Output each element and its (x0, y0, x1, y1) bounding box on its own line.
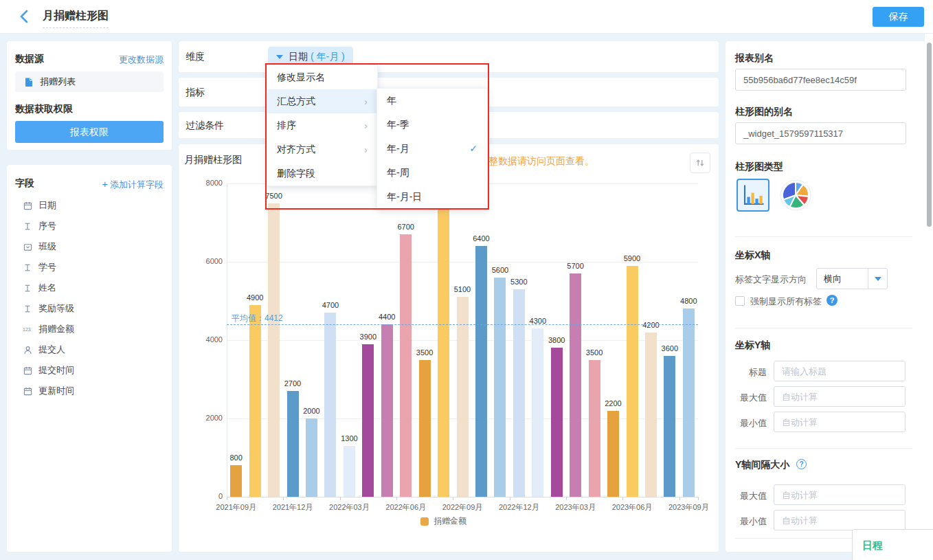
scrollbar-thumb[interactable] (927, 43, 932, 227)
back-icon[interactable] (18, 8, 32, 27)
x-axis-tick (453, 497, 453, 500)
field-item-label: 更新时间 (38, 385, 74, 397)
field-item-序号[interactable]: 序号 (7, 216, 172, 236)
svg-text:123: 123 (23, 327, 31, 332)
field-item-更新时间[interactable]: 更新时间 (7, 381, 172, 401)
bar-2023年08月[interactable] (664, 356, 675, 497)
help-icon[interactable]: ? (827, 295, 838, 306)
submenu-item-年-月-日[interactable]: 年-月-日 (377, 185, 487, 209)
calendar-icon (23, 201, 32, 210)
bar-2022年06月[interactable] (400, 234, 412, 497)
help-icon[interactable]: ? (796, 459, 807, 469)
bar-2022年03月[interactable] (344, 446, 355, 497)
bar-2022年08月[interactable] (438, 203, 449, 497)
interval-min-input[interactable] (774, 510, 906, 530)
bar-2022年05月[interactable] (381, 324, 393, 497)
submenu-arrow-icon: › (364, 137, 368, 161)
average-line (227, 324, 698, 325)
y-interval-title: Y轴间隔大小 (735, 459, 789, 471)
field-item-日期[interactable]: 日期 (7, 195, 172, 216)
chart-type-bar-icon[interactable] (737, 179, 769, 212)
bar-2021年11月[interactable] (268, 203, 280, 497)
bar-2022年10月[interactable] (475, 246, 487, 497)
bar-2021年09月[interactable] (230, 465, 242, 497)
submenu-arrow-icon: › (364, 113, 368, 137)
save-button[interactable]: 保存 (873, 7, 924, 27)
y-max-input[interactable] (774, 386, 906, 407)
force-labels-checkbox[interactable] (735, 296, 745, 306)
menu-item-汇总方式[interactable]: 汇总方式› (267, 89, 377, 113)
field-item-label: 班级 (38, 240, 56, 253)
field-item-捐赠金额[interactable]: 123捐赠金额 (7, 319, 172, 339)
submenu-item-年-周[interactable]: 年-周 (377, 161, 487, 185)
field-item-班级[interactable]: 班级 (7, 236, 172, 257)
label-direction-label: 标签文字显示方向 (735, 273, 807, 286)
caret-down-icon (276, 55, 283, 59)
menu-item-对齐方式[interactable]: 对齐方式› (267, 137, 377, 161)
change-datasource-link[interactable]: 更改数据源 (119, 54, 164, 66)
bar-2022年09月[interactable] (457, 297, 469, 497)
bar-2023年07月[interactable] (645, 333, 657, 497)
calendar-icon (23, 386, 32, 396)
datasource-item[interactable]: 捐赠列表 (15, 71, 164, 92)
submenu-item-年-月[interactable]: 年-月✓ (377, 137, 487, 161)
bar-2022年11月[interactable] (494, 278, 506, 497)
field-item-label: 捐赠金额 (38, 323, 74, 335)
filter-label: 过滤条件 (186, 120, 224, 132)
y-title-label: 标题 (731, 366, 767, 379)
average-line-label: 平均值：4412 (232, 313, 283, 324)
label-direction-select[interactable]: 横向 (816, 268, 888, 289)
schedule-popup[interactable]: 日程 (852, 529, 933, 560)
menu-item-label: 删除字段 (277, 161, 315, 186)
page-title[interactable]: 月捐赠柱形图 (43, 9, 109, 28)
field-item-提交人[interactable]: 提交人 (7, 339, 172, 360)
add-calc-field-label: 添加计算字段 (110, 179, 164, 190)
bar-2023年02月[interactable] (551, 348, 563, 497)
bar-2023年04月[interactable] (589, 360, 600, 497)
bar-2022年07月[interactable] (419, 360, 431, 497)
menu-item-修改显示名[interactable]: 修改显示名 (267, 65, 377, 89)
bar-2022年01月[interactable] (306, 418, 317, 497)
submenu-item-年-季[interactable]: 年-季 (377, 113, 487, 137)
submenu-item-label: 年 (387, 89, 396, 113)
interval-max-input[interactable] (774, 484, 906, 505)
bar-value-label: 3500 (574, 348, 615, 357)
bar-value-label: 2700 (272, 379, 313, 388)
field-item-提交时间[interactable]: 提交时间 (7, 360, 172, 381)
x-axis-tick (679, 497, 680, 500)
field-item-姓名[interactable]: 姓名 (7, 278, 172, 298)
bar-value-label: 4700 (310, 301, 351, 309)
bar-2023年05月[interactable] (607, 411, 619, 497)
bar-2022年02月[interactable] (324, 313, 336, 497)
report-alias-title: 报表别名 (735, 52, 774, 65)
field-item-奖励等级[interactable]: 奖励等级 (7, 298, 172, 319)
bar-value-label: 5900 (611, 254, 653, 262)
chart-type-pie-icon[interactable] (779, 179, 812, 212)
bar-2023年01月[interactable] (532, 328, 543, 497)
x-axis-tick (622, 497, 623, 500)
report-alias-input[interactable] (735, 69, 906, 91)
caret-down-icon (868, 269, 887, 289)
y-title-input[interactable] (774, 361, 906, 381)
x-axis-line (227, 497, 698, 497)
add-calc-field-link[interactable]: +添加计算字段 (102, 178, 164, 191)
menu-item-排序[interactable]: 排序› (267, 113, 377, 137)
bar-2021年10月[interactable] (249, 305, 261, 497)
y-min-input[interactable] (774, 412, 906, 432)
field-item-label: 姓名 (38, 282, 56, 294)
chart-legend[interactable]: 捐赠金额 (420, 515, 466, 527)
field-context-menu: 修改显示名汇总方式›排序›对齐方式›删除字段 (267, 65, 378, 186)
field-item-学号[interactable]: 学号 (7, 257, 172, 278)
widget-alias-input[interactable] (735, 122, 906, 144)
submenu-item-年[interactable]: 年 (377, 89, 487, 113)
bar-2023年09月[interactable] (683, 309, 695, 497)
dimension-tag-mode: ( 年-月 ) (311, 51, 345, 63)
select-icon (23, 242, 32, 251)
y-axis-title: 坐标Y轴 (735, 339, 770, 352)
text-icon (23, 221, 32, 231)
bar-2023年03月[interactable] (570, 273, 581, 497)
menu-item-删除字段[interactable]: 删除字段 (267, 161, 377, 186)
bar-2022年04月[interactable] (362, 344, 374, 497)
report-permission-button[interactable]: 报表权限 (15, 121, 164, 143)
bar-2023年06月[interactable] (627, 266, 638, 497)
